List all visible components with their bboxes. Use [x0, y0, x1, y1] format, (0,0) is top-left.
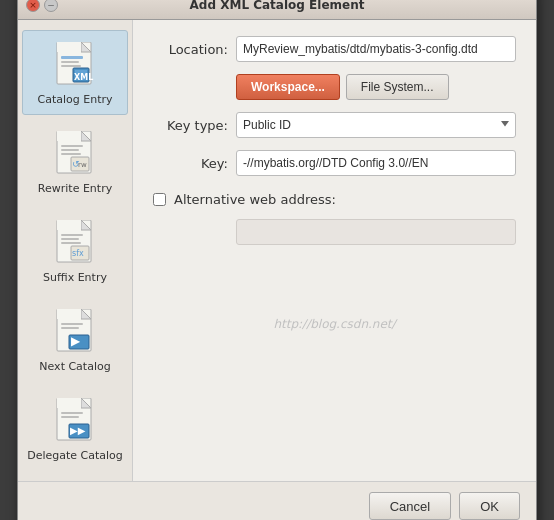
- workspace-button[interactable]: Workspace...: [236, 74, 340, 100]
- svg-rect-37: [61, 416, 79, 418]
- sidebar-item-delegate-catalog-label: Delegate Catalog: [27, 449, 123, 462]
- sidebar-item-catalog-entry[interactable]: XML Catalog Entry: [22, 30, 128, 115]
- location-field: [236, 36, 516, 62]
- svg-rect-12: [61, 145, 83, 147]
- keytype-select[interactable]: Public ID System ID URI: [236, 112, 516, 138]
- sidebar-item-rewrite-entry-label: Rewrite Entry: [38, 182, 112, 195]
- key-input[interactable]: [236, 150, 516, 176]
- dialog-footer: Cancel OK: [18, 481, 536, 520]
- svg-rect-5: [61, 65, 81, 67]
- sidebar-item-catalog-entry-label: Catalog Entry: [37, 93, 112, 106]
- location-input[interactable]: [236, 36, 516, 62]
- svg-rect-23: [61, 242, 81, 244]
- svg-rect-13: [61, 149, 79, 151]
- sidebar-item-suffix-entry-label: Suffix Entry: [43, 271, 107, 284]
- svg-rect-2: [57, 42, 81, 52]
- alt-web-row: Alternative web address:: [153, 192, 516, 207]
- svg-rect-36: [61, 412, 83, 414]
- titlebar: × − Add XML Catalog Element: [18, 0, 536, 20]
- sidebar-item-suffix-entry[interactable]: sfx Suffix Entry: [22, 208, 128, 293]
- key-label: Key:: [153, 156, 228, 171]
- svg-rect-20: [57, 220, 81, 230]
- svg-rect-3: [61, 56, 83, 59]
- cancel-button[interactable]: Cancel: [369, 492, 451, 520]
- sidebar-item-next-catalog[interactable]: ▶ Next Catalog: [22, 297, 128, 382]
- alt-web-input-wrapper: [236, 219, 516, 245]
- keytype-field: Public ID System ID URI: [236, 112, 516, 138]
- rewrite-entry-icon: ↺ rw: [50, 128, 100, 178]
- next-catalog-icon: ▶: [50, 306, 100, 356]
- ok-button[interactable]: OK: [459, 492, 520, 520]
- dialog: × − Add XML Catalog Element: [17, 0, 537, 520]
- watermark: http://blog.csdn.net/: [153, 317, 516, 331]
- keytype-label: Key type:: [153, 118, 228, 133]
- sidebar-item-delegate-catalog[interactable]: ▶▶ Delegate Catalog: [22, 386, 128, 471]
- alt-web-checkbox[interactable]: [153, 193, 166, 206]
- window-controls: × −: [26, 0, 58, 12]
- keytype-row: Key type: Public ID System ID URI: [153, 112, 516, 138]
- svg-rect-29: [61, 323, 83, 325]
- close-button[interactable]: ×: [26, 0, 40, 12]
- svg-rect-11: [57, 131, 81, 141]
- sidebar-item-next-catalog-label: Next Catalog: [39, 360, 110, 373]
- main-content: Location: Workspace... File System... Ke…: [133, 20, 536, 481]
- sidebar-item-rewrite-entry[interactable]: ↺ rw Rewrite Entry: [22, 119, 128, 204]
- sidebar: XML Catalog Entry: [18, 20, 133, 481]
- delegate-catalog-icon: ▶▶: [50, 395, 100, 445]
- dialog-body: XML Catalog Entry: [18, 20, 536, 481]
- alt-web-label[interactable]: Alternative web address:: [174, 192, 336, 207]
- filesystem-button[interactable]: File System...: [346, 74, 449, 100]
- svg-rect-30: [61, 327, 79, 329]
- location-label: Location:: [153, 42, 228, 57]
- svg-text:▶▶: ▶▶: [70, 425, 86, 436]
- svg-rect-14: [61, 153, 81, 155]
- key-row: Key:: [153, 150, 516, 176]
- svg-text:rw: rw: [78, 161, 87, 169]
- minimize-button[interactable]: −: [44, 0, 58, 12]
- catalog-entry-icon: XML: [50, 39, 100, 89]
- svg-rect-4: [61, 61, 79, 63]
- svg-text:XML: XML: [74, 73, 93, 82]
- key-field: [236, 150, 516, 176]
- svg-text:▶: ▶: [71, 334, 81, 348]
- svg-rect-28: [57, 309, 81, 319]
- suffix-entry-icon: sfx: [50, 217, 100, 267]
- svg-text:sfx: sfx: [72, 249, 84, 258]
- location-row: Location:: [153, 36, 516, 62]
- dialog-title: Add XML Catalog Element: [66, 0, 488, 12]
- svg-rect-35: [57, 398, 81, 408]
- location-buttons-row: Workspace... File System...: [236, 74, 516, 100]
- svg-rect-22: [61, 238, 79, 240]
- alt-web-input[interactable]: [236, 219, 516, 245]
- svg-rect-21: [61, 234, 83, 236]
